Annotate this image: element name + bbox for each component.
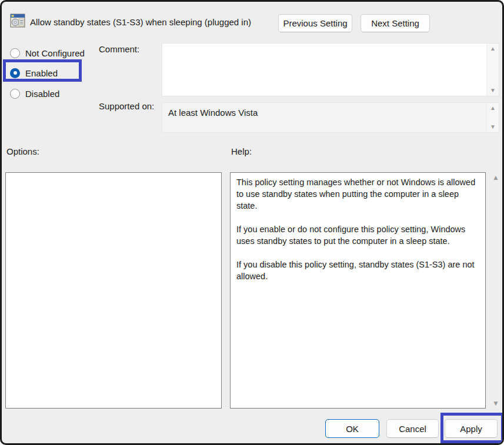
supported-on-box: At least Windows Vista ▲ ▼ bbox=[162, 102, 499, 133]
options-panel bbox=[5, 172, 222, 409]
comment-textarea[interactable]: ▲ ▼ bbox=[162, 43, 499, 96]
comment-scrollbar[interactable]: ▲ ▼ bbox=[486, 44, 499, 96]
policy-setting-icon bbox=[10, 14, 25, 28]
help-panel: This policy setting manages whether or n… bbox=[230, 172, 486, 409]
supported-on-scrollbar[interactable]: ▲ ▼ bbox=[486, 103, 499, 132]
help-label: Help: bbox=[231, 146, 252, 156]
supported-on-value: At least Windows Vista bbox=[162, 103, 486, 132]
radio-label: Enabled bbox=[25, 68, 58, 78]
radio-circle-icon[interactable] bbox=[10, 48, 20, 58]
comment-label: Comment: bbox=[99, 44, 139, 54]
radio-label: Not Configured bbox=[25, 48, 85, 58]
scroll-down-icon[interactable]: ▼ bbox=[492, 400, 499, 406]
previous-setting-button[interactable]: Previous Setting bbox=[278, 14, 352, 32]
supported-on-label: Supported on: bbox=[99, 101, 154, 111]
radio-label: Disabled bbox=[25, 89, 59, 99]
scroll-up-icon[interactable]: ▲ bbox=[492, 175, 499, 180]
radio-not-configured[interactable]: Not Configured bbox=[10, 47, 85, 59]
radio-circle-icon[interactable] bbox=[10, 89, 20, 99]
scroll-up-icon[interactable]: ▲ bbox=[490, 46, 496, 52]
help-paragraph: If you disable this policy setting, stan… bbox=[236, 259, 479, 282]
radio-circle-selected-icon[interactable] bbox=[10, 68, 20, 78]
next-setting-button[interactable]: Next Setting bbox=[361, 14, 430, 32]
radio-enabled[interactable]: Enabled bbox=[10, 67, 58, 79]
help-paragraph: This policy setting manages whether or n… bbox=[236, 176, 479, 212]
policy-setting-dialog: Allow standby states (S1-S3) when sleepi… bbox=[0, 0, 504, 445]
options-label: Options: bbox=[6, 146, 39, 156]
help-paragraph: If you enable or do not configure this p… bbox=[236, 223, 479, 247]
page-title: Allow standby states (S1-S3) when sleepi… bbox=[30, 17, 251, 27]
comment-value[interactable] bbox=[162, 44, 486, 96]
help-scrollbar[interactable]: ▲ ▼ bbox=[489, 172, 502, 409]
apply-button[interactable]: Apply bbox=[445, 419, 498, 438]
ok-button[interactable]: OK bbox=[325, 419, 379, 438]
scroll-up-icon[interactable]: ▲ bbox=[490, 105, 496, 111]
cancel-button[interactable]: Cancel bbox=[386, 419, 439, 438]
scroll-down-icon[interactable]: ▼ bbox=[490, 88, 496, 93]
radio-disabled[interactable]: Disabled bbox=[10, 88, 59, 99]
scroll-down-icon[interactable]: ▼ bbox=[490, 124, 496, 130]
